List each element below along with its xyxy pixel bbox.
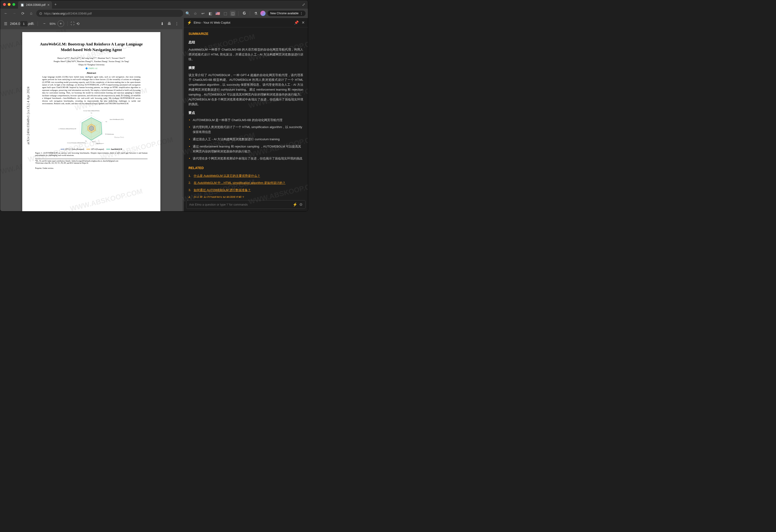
ext-flag-icon[interactable]: 🇺🇸 <box>215 11 221 16</box>
home-button[interactable]: ⌂ <box>28 10 34 17</box>
list-item: 该代理利用人类浏览模式设计了一个 HTML simplification alg… <box>189 125 303 135</box>
elmo-sidepanel: WWW.ABSKOOP.COM WWW.ABSKOOP.COM WWW.ABSK… <box>184 18 308 211</box>
related-heading: RELATED <box>189 165 303 170</box>
close-tab-icon[interactable]: ✕ <box>47 3 50 7</box>
ext-icon-4[interactable]: ⬚ <box>222 11 228 16</box>
section-summary-heading: 总结 <box>189 39 303 45</box>
svg-text:MiniWob++: MiniWob++ <box>96 143 104 145</box>
fit-page-icon[interactable]: ⛶ <box>71 22 74 26</box>
authors-line-1: Hanyu Lai¹²†*, Xiao Liu¹²*, Iat Long Ion… <box>35 57 148 59</box>
section-summary-text: AutoWebGLM 一种基于 ChatGLM3-6B 的大语言模型的自动化网页… <box>189 47 303 62</box>
figure-caption: Figure 1: AUTOWEBGLM on various web brow… <box>35 152 148 156</box>
related-link[interactable]: 在 AutoWebGLM 中，HTML simplification algor… <box>194 181 285 185</box>
address-bar: ← → ⟳ ⌂ ⊙ https://arxiv.org/pdf/2404.036… <box>0 9 308 18</box>
ext-sidepanel-icon[interactable]: ◫ <box>230 11 235 16</box>
svg-text:Cross-Domain (Mind2Web): Cross-Domain (Mind2Web) <box>67 142 85 144</box>
pdf-menu-icon[interactable]: ☰ <box>4 22 7 26</box>
svg-text:Cross-Website (Mind2Web) 69: Cross-Website (Mind2Web) 69 <box>58 128 76 130</box>
extension-icons: ↩ ◧ 🇺🇸 ⬚ ◫ G ⚗ <box>200 11 265 16</box>
pdf-viewport[interactable]: WWW.ABSKOOP.COM WWW.ABSKOOP.COM WWW.ABSK… <box>0 29 182 211</box>
pdf-more-icon[interactable]: ⋮ <box>175 22 179 26</box>
pdf-viewer: ☰ 2404.03648.pdf / 31 − 90% + ⛶ ⟲ ⬇ 🖶 ⋮ <box>0 18 182 211</box>
footnote-1: *HL, XL and ILI make equal contribution.… <box>35 159 148 162</box>
zoom-in-button[interactable]: + <box>57 20 64 27</box>
svg-text:72: 72 <box>90 112 92 114</box>
related-item: 如何通过 AUTOWEBGLM 进行数据准备？ <box>189 188 303 193</box>
related-item: 在 AutoWebGLM 中，HTML simplification algor… <box>189 181 303 185</box>
chart-legend: GPT-3.5-Turbo (Prompted) GPT-4 (Prompted… <box>35 148 148 150</box>
close-window[interactable] <box>3 3 6 6</box>
ext-google-icon[interactable]: G <box>241 11 247 16</box>
settings-icon[interactable]: ⚙ <box>299 202 303 207</box>
tab-favicon: 📄 <box>20 3 24 7</box>
related-link[interactable]: 什么是 AutoWebGLM 以及它的主要优势是什么？ <box>194 174 260 177</box>
traffic-lights <box>3 3 15 6</box>
new-tab-button[interactable]: + <box>54 2 56 7</box>
minimize-window[interactable] <box>8 3 11 6</box>
update-chrome-button[interactable]: New Chrome available ⋮ <box>267 11 306 16</box>
affiliations: ¹Zhipu AI ²Tsinghua University <box>35 63 148 66</box>
authors-line-2: Pengbo Shen¹†, Hao Yu¹²†, Hanchen Zhang¹… <box>35 60 148 62</box>
titlebar: 📄 2404.03648.pdf ✕ + ⤢ <box>0 0 308 9</box>
related-link[interactable]: 什么是 AUTOWEBGLM 的训练过程？ <box>194 195 245 198</box>
download-icon[interactable]: ⬇ <box>161 22 164 26</box>
elmo-input-box: ⚡ ⚙ <box>186 200 306 209</box>
back-button[interactable]: ← <box>3 10 9 17</box>
profile-avatar[interactable] <box>260 11 265 16</box>
page-total: / 31 <box>29 22 34 25</box>
related-item: 什么是 AutoWebGLM 以及它的主要优势是什么？ <box>189 174 303 178</box>
svg-text:75: 75 <box>106 121 107 123</box>
browser-tab[interactable]: 📄 2404.03648.pdf ✕ <box>18 1 52 9</box>
elmo-bolt-icon: ⚡ <box>187 20 192 25</box>
summarize-heading: SUMMARIZE <box>189 31 303 36</box>
pdf-toolbar: ☰ 2404.03648.pdf / 31 − 90% + ⛶ ⟲ ⬇ 🖶 ⋮ <box>0 18 182 29</box>
page-number-input[interactable] <box>20 21 27 26</box>
section-points-heading: 要点 <box>189 110 303 115</box>
related-list: 什么是 AutoWebGLM 以及它的主要优势是什么？ 在 AutoWebGLM… <box>189 174 303 198</box>
bookmark-icon[interactable]: ☆ <box>192 11 198 16</box>
org-logo: 🔷 ZHIPU·AI <box>35 67 148 69</box>
tab-title: 2404.03648.pdf <box>26 3 45 7</box>
sidepanel-header: ⚡ Elmo - Your AI Web Copilot 📌 ✕ <box>184 18 308 27</box>
ext-icon-1[interactable]: ↩ <box>200 11 206 16</box>
zoom-value: 90% <box>49 22 55 25</box>
list-item: 该代理在多个网页浏览基准测试中表现出了改进，但也揭示了面临现实环境的挑战 <box>189 156 303 161</box>
ext-labs-icon[interactable]: ⚗ <box>253 11 258 16</box>
zoom-out-button[interactable]: − <box>41 20 47 27</box>
related-item: 什么是 AUTOWEBGLM 的训练过程？ <box>189 195 303 198</box>
svg-text:Cross-Task (Mind2Web): Cross-Task (Mind2Web) <box>83 110 100 112</box>
related-link[interactable]: 如何通过 AUTOWEBGLM 进行数据准备？ <box>194 188 251 192</box>
abstract-text: Large language models (LLMs) have fueled… <box>35 75 148 105</box>
menu-dots-icon: ⋮ <box>300 12 303 15</box>
reload-button[interactable]: ⟳ <box>19 10 26 17</box>
site-info-icon[interactable]: ⊙ <box>39 11 42 16</box>
close-sidepanel-icon[interactable]: ✕ <box>302 20 305 25</box>
zoom-icon[interactable]: 🔍 <box>185 11 191 16</box>
pin-icon[interactable]: 📌 <box>294 20 299 25</box>
url-input[interactable]: ⊙ https://arxiv.org/pdf/2404.03648.pdf <box>36 10 183 17</box>
ext-icon-2[interactable]: ◧ <box>207 11 213 16</box>
arxiv-id: arXiv:2404.03648v1 [cs.CL] 4 Apr 2024 <box>26 86 30 145</box>
svg-text:78 WebArena: 78 WebArena <box>105 133 114 135</box>
forward-button[interactable]: → <box>11 10 18 17</box>
expand-icon[interactable]: ⤢ <box>302 2 305 7</box>
paper-title: AutoWebGLM: Bootstrap And Reinforce A La… <box>35 41 148 53</box>
maximize-window[interactable] <box>12 3 15 6</box>
svg-text:93.5: 93.5 <box>92 141 95 143</box>
list-item: 通过 reinforcement learning 和 rejection sa… <box>189 144 303 154</box>
preprint-notice: Preprint. Under review. <box>35 167 148 169</box>
section-abstract-heading: 摘要 <box>189 65 303 70</box>
rotate-icon[interactable]: ⟲ <box>76 22 79 26</box>
elmo-question-input[interactable] <box>189 203 291 206</box>
list-item: 通过混合人工 - AI 方法构建网页浏览数据进行 curriculum trai… <box>189 137 303 142</box>
key-points-list: AUTOWEBGLM 是一种基于 ChatGLM3-6B 的自动化网页导航代理 … <box>189 118 303 161</box>
list-item: AUTOWEBGLM 是一种基于 ChatGLM3-6B 的自动化网页导航代理 <box>189 118 303 123</box>
bolt-submit-icon[interactable]: ⚡ <box>293 202 298 207</box>
sidepanel-body[interactable]: SUMMARIZE 总结 AutoWebGLM 一种基于 ChatGLM3-6B… <box>184 27 308 198</box>
svg-text:70: 70 <box>85 140 87 142</box>
watermark: WWW.ABSKOOP.COM <box>69 187 144 211</box>
abstract-heading: Abstract <box>35 71 148 74</box>
footnote-2: †Work done when HL, ILI, SY, YC, PS, HY,… <box>35 162 148 164</box>
url-text: https://arxiv.org/pdf/2404.03648.pdf <box>44 12 92 15</box>
print-icon[interactable]: 🖶 <box>167 22 171 26</box>
